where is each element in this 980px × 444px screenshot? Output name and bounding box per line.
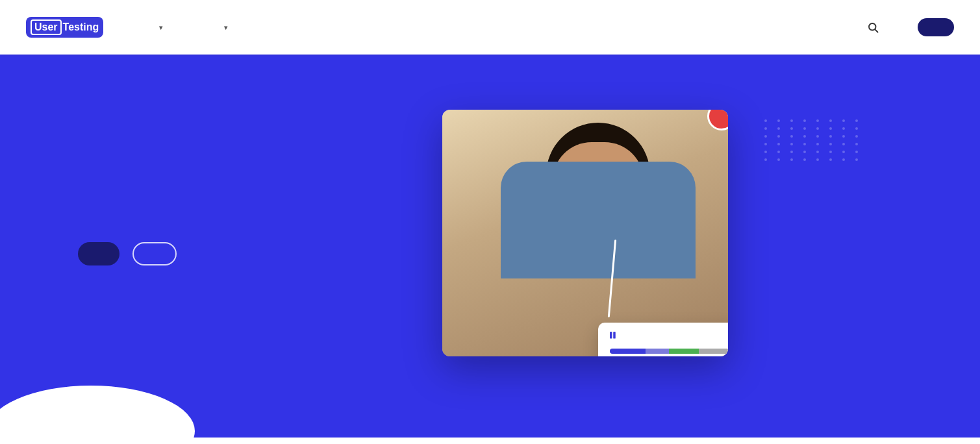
transcript-card xyxy=(598,323,728,356)
nav-resources[interactable]: ▾ xyxy=(214,19,235,36)
play-icon xyxy=(610,332,619,341)
svg-line-1 xyxy=(875,29,877,32)
bar-segment-4 xyxy=(699,349,727,354)
nav-customers[interactable] xyxy=(175,22,190,32)
nav-platform[interactable] xyxy=(129,22,145,32)
watch-video-button[interactable] xyxy=(132,242,177,265)
chevron-down-icon: ▾ xyxy=(159,24,162,31)
logo-user-box: User xyxy=(31,19,62,35)
hero-content xyxy=(78,214,177,265)
request-trial-button[interactable] xyxy=(918,18,954,36)
nav-get-paid[interactable] xyxy=(239,22,255,32)
person-illustration xyxy=(533,123,663,278)
hero-buttons xyxy=(78,242,177,265)
nav-partners[interactable] xyxy=(194,22,210,32)
chevron-down-icon-2: ▾ xyxy=(224,24,227,31)
hero-section: // Generate dots const dp = document.que… xyxy=(0,55,980,438)
bar-segment-1 xyxy=(610,349,646,354)
transcript-header xyxy=(610,332,728,341)
nav-links: ▾ ▾ xyxy=(129,19,867,36)
hero-visual xyxy=(216,110,954,356)
logo-testing-text: Testing xyxy=(63,21,99,33)
video-preview-card[interactable] xyxy=(442,110,728,356)
search-icon xyxy=(867,21,879,33)
nav-solutions[interactable]: ▾ xyxy=(149,19,170,36)
svg-rect-3 xyxy=(613,332,616,339)
bar-segment-3 xyxy=(669,349,699,354)
shirt-shape xyxy=(501,162,696,278)
logo[interactable]: User Testing xyxy=(26,17,103,38)
nav-right xyxy=(867,18,954,36)
svg-rect-2 xyxy=(610,332,612,339)
navbar: User Testing ▾ ▾ xyxy=(0,0,980,55)
see-demo-button[interactable] xyxy=(78,242,119,265)
search-button[interactable] xyxy=(867,21,879,33)
transcript-waveform xyxy=(610,349,728,354)
bar-segment-2 xyxy=(646,349,670,354)
